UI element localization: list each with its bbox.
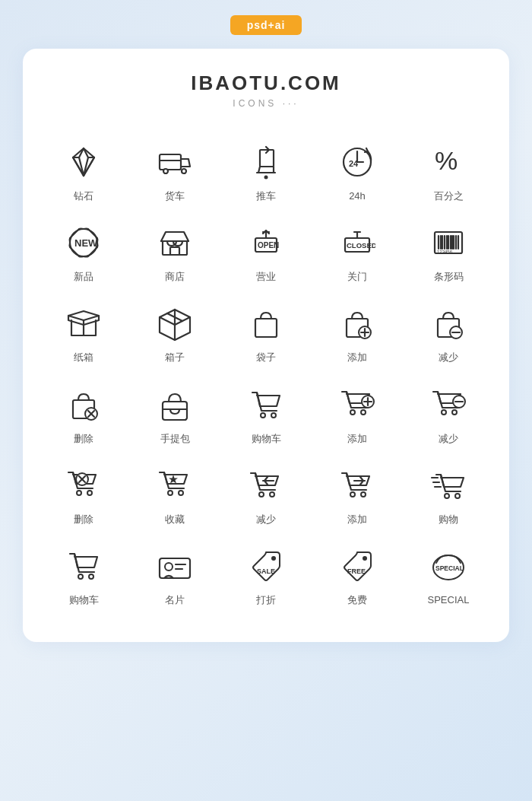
icon-closed: CLOSED 关门 — [312, 211, 403, 291]
icon-cart-add: 添加 — [312, 373, 403, 453]
icon-24h: 24 24h — [312, 130, 403, 211]
svg-point-79 — [259, 492, 264, 497]
icon-cart-plus2: 添加 — [312, 453, 403, 534]
closed-sign-icon: CLOSED — [336, 221, 378, 264]
icon-store: 商店 — [129, 211, 220, 291]
icon-handbag: 手提包 — [129, 373, 220, 453]
icon-diamond: 钻石 — [38, 130, 129, 211]
name-card-icon — [154, 545, 196, 587]
svg-point-60 — [261, 413, 265, 418]
cart-minus-icon — [427, 383, 470, 426]
svg-point-72 — [87, 491, 92, 495]
icon-free-tag: FREE 免费 — [312, 534, 403, 615]
special-tag-icon: SPECIAL — [427, 545, 470, 587]
svg-point-67 — [442, 410, 446, 415]
top-badge: psd+ai — [230, 15, 302, 35]
icons-grid: 钻石 货车 — [38, 130, 494, 615]
bag-minus-icon — [427, 302, 470, 345]
svg-point-61 — [271, 413, 276, 418]
svg-point-80 — [270, 492, 274, 497]
cart-plus2-icon — [336, 464, 378, 507]
svg-point-96 — [271, 556, 276, 561]
icon-cart-minus: 减少 — [403, 373, 494, 453]
icon-special-tag: SPECIAL SPECIAL — [403, 534, 494, 615]
bag-icon — [245, 302, 287, 345]
cart-fast-icon — [427, 464, 470, 507]
cart-star-icon — [154, 464, 196, 507]
svg-text:123456: 123456 — [437, 250, 453, 254]
icon-open-box: 纸箱 — [38, 291, 129, 372]
icon-cart-delete: 删除 — [38, 453, 129, 534]
svg-text:NEW: NEW — [74, 237, 98, 249]
handbag-icon — [154, 383, 196, 426]
icon-bag-add: 添加 — [312, 291, 403, 372]
svg-point-86 — [455, 494, 460, 498]
svg-point-71 — [77, 491, 81, 495]
icon-shopping-cart2: 购物车 — [38, 534, 129, 615]
svg-point-93 — [165, 563, 173, 571]
svg-text:OPEN: OPEN — [258, 241, 279, 250]
svg-point-91 — [89, 574, 93, 579]
svg-point-76 — [168, 491, 173, 495]
push-cart-icon — [245, 141, 287, 183]
svg-marker-78 — [169, 475, 178, 484]
icon-push-cart: 推车 — [220, 130, 312, 211]
svg-rect-92 — [160, 558, 190, 578]
open-sign-icon: OPEN — [245, 221, 287, 264]
svg-point-82 — [350, 492, 355, 497]
svg-point-62 — [350, 410, 355, 415]
cart-add-icon — [336, 383, 378, 426]
24h-icon: 24 — [336, 141, 378, 183]
box-icon — [154, 302, 196, 345]
svg-rect-5 — [160, 154, 181, 170]
icon-new: NEW 新品 — [38, 211, 129, 291]
icon-cart-star: 收藏 — [129, 453, 220, 534]
shopping-cart2-icon — [62, 545, 105, 587]
icon-box: 箱子 — [129, 291, 220, 372]
svg-point-77 — [179, 491, 183, 495]
cart-delete-icon — [62, 464, 105, 507]
svg-point-85 — [445, 494, 449, 498]
icon-barcode: 123456 条形码 — [403, 211, 494, 291]
diamond-icon — [62, 141, 105, 183]
icon-bag: 袋子 — [220, 291, 312, 372]
bag-delete-icon — [62, 383, 105, 426]
svg-text:SPECIAL: SPECIAL — [435, 564, 464, 572]
truck-icon — [154, 141, 196, 183]
svg-text:%: % — [435, 146, 458, 175]
svg-rect-21 — [170, 247, 179, 255]
percent-icon: % — [427, 141, 470, 183]
card-subtitle: ICONS ··· — [38, 98, 494, 109]
icon-cart-fast: 购物 — [403, 453, 494, 534]
bag-add-icon — [336, 302, 378, 345]
icon-shopping-cart: 购物车 — [220, 373, 312, 453]
barcode-icon: 123456 — [427, 221, 470, 264]
store-icon — [154, 221, 196, 264]
icon-bag-minus: 减少 — [403, 291, 494, 372]
card-title: IBAOTU.COM — [38, 72, 494, 95]
icon-truck: 货车 — [129, 130, 220, 211]
icon-open: OPEN 营业 — [220, 211, 312, 291]
shopping-cart-icon — [245, 383, 287, 426]
new-badge-icon: NEW — [62, 221, 105, 264]
icon-bag-delete: 删除 — [38, 373, 129, 453]
main-card: IBAOTU.COM ICONS ··· 钻石 货车 — [23, 49, 509, 642]
svg-text:CLOSED: CLOSED — [347, 241, 375, 250]
svg-rect-46 — [255, 319, 277, 337]
svg-point-90 — [78, 574, 83, 579]
svg-point-13 — [264, 176, 268, 180]
svg-point-7 — [182, 169, 186, 173]
open-box-icon — [62, 302, 105, 345]
free-tag-icon: FREE — [336, 545, 378, 587]
svg-point-6 — [163, 169, 168, 173]
svg-point-68 — [452, 410, 457, 415]
sale-tag-icon: SALE — [245, 545, 287, 587]
svg-point-63 — [361, 410, 366, 415]
cart-remove-icon — [245, 464, 287, 507]
svg-text:FREE: FREE — [347, 567, 366, 575]
svg-rect-58 — [163, 402, 187, 420]
svg-line-10 — [258, 167, 260, 173]
svg-point-98 — [363, 556, 367, 561]
svg-point-83 — [361, 492, 366, 497]
svg-text:SALE: SALE — [257, 567, 275, 575]
